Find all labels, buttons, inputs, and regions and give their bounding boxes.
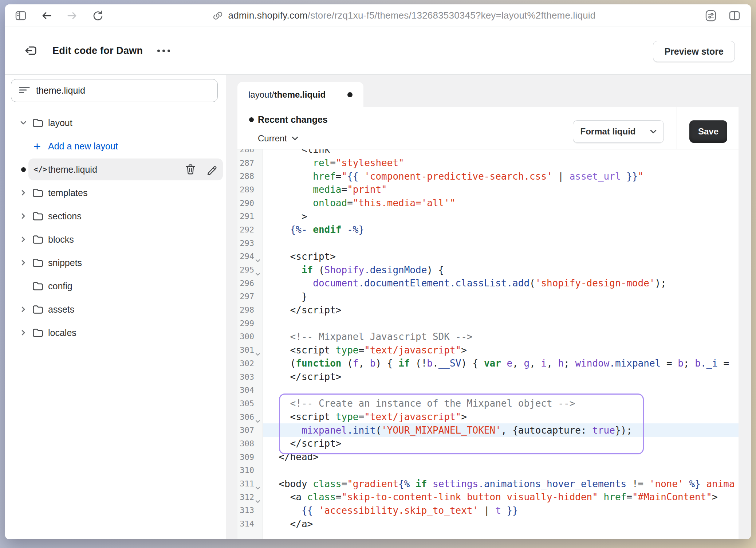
item-label: snippets (48, 258, 82, 268)
pencil-icon[interactable] (206, 164, 217, 175)
split-view-icon[interactable] (728, 10, 741, 21)
sidebar-item-config[interactable]: config (5, 274, 226, 298)
editor-column: layout/theme.liquid Recent changes Curre… (237, 75, 751, 539)
item-label: Add a new layout (48, 141, 118, 152)
line-number: 305 (237, 399, 263, 408)
item-label: locales (48, 328, 76, 338)
sidebar-item-sections[interactable]: sections (5, 204, 226, 228)
code-line-288[interactable]: 288 href="{{ 'component-predictive-searc… (237, 169, 739, 183)
code-text: rel="stylesheet" (263, 157, 404, 168)
chevron-right-icon[interactable] (19, 305, 28, 314)
item-label: blocks (48, 234, 74, 245)
file-search-box[interactable] (11, 79, 218, 102)
code-text: onload="this.media='all'" (263, 197, 456, 208)
exit-editor-icon[interactable] (24, 44, 38, 57)
sidebar-item-assets[interactable]: assets (5, 298, 226, 321)
preview-store-button[interactable]: Preview store (653, 41, 735, 62)
line-number: 301 (237, 345, 263, 355)
code-editor[interactable]: 286 <link287 rel="stylesheet"288 href="{… (237, 149, 739, 539)
code-line-312[interactable]: 312 <a class="skip-to-content-link butto… (237, 490, 739, 504)
chevron-down-icon (291, 136, 299, 141)
line-number: 296 (237, 279, 263, 288)
app-header: Edit code for Dawn Preview store (5, 27, 751, 75)
forward-icon[interactable] (66, 10, 78, 21)
tab-file-name: theme.liquid (274, 90, 326, 100)
more-menu-icon[interactable] (157, 50, 170, 52)
line-number: 286 (237, 149, 263, 154)
code-line-313[interactable]: 313 {{ 'accessibility.skip_to_text' | t … (237, 504, 739, 517)
code-text: </head> (263, 451, 319, 462)
chevron-right-icon[interactable] (19, 188, 28, 197)
folder-icon (32, 234, 44, 245)
code-line-310[interactable]: 310 (237, 464, 739, 477)
search-input[interactable] (36, 85, 193, 96)
code-line-309[interactable]: 309 </head> (237, 450, 739, 464)
code-line-307[interactable]: 307 mixpanel.init('YOUR_MIXPANEL_TOKEN',… (237, 423, 739, 437)
code-line-298[interactable]: 298 </script> (237, 303, 739, 317)
format-liquid-caret[interactable] (643, 121, 664, 142)
code-line-305[interactable]: 305 <!-- Create an instance of the Mixpa… (237, 397, 739, 410)
sidebar-item-snippets[interactable]: snippets (5, 251, 226, 274)
code-line-300[interactable]: 300 <!-- Mixpanel Javascript SDK --> (237, 330, 739, 344)
code-text: media="print" (263, 184, 387, 195)
code-line-314[interactable]: 314 </a> (237, 517, 739, 531)
code-text: href="{{ 'component-predictive-search.cs… (263, 171, 643, 182)
tab-theme-liquid[interactable]: layout/theme.liquid (237, 82, 363, 107)
format-liquid-button[interactable]: Format liquid (573, 121, 643, 142)
sidebar-item-layout[interactable]: layout (5, 111, 226, 134)
address-bar[interactable]: admin.shopify.com/store/rzq1xu-f5/themes… (103, 10, 704, 21)
code-line-299[interactable]: 299 (237, 317, 739, 330)
code-line-296[interactable]: 296 document.documentElement.classList.a… (237, 277, 739, 290)
line-number: 293 (237, 239, 263, 248)
page-settings-icon[interactable] (704, 9, 717, 22)
code-line-289[interactable]: 289 media="print" (237, 183, 739, 196)
sidebar-item-theme-liquid[interactable]: </>theme.liquid (5, 158, 226, 181)
item-label: config (48, 281, 72, 291)
chevron-down-icon (649, 129, 657, 134)
item-label: sections (48, 211, 82, 222)
save-button[interactable]: Save (689, 120, 727, 143)
line-number: 291 (237, 212, 263, 221)
page-title: Edit code for Dawn (52, 45, 143, 56)
back-icon[interactable] (41, 10, 52, 21)
line-number: 314 (237, 519, 263, 528)
version-dropdown[interactable]: Current (258, 133, 299, 144)
browser-sidebar-toggle-icon[interactable] (15, 10, 27, 21)
code-line-287[interactable]: 287 rel="stylesheet" (237, 156, 739, 170)
line-number: 312 (237, 493, 263, 502)
line-number: 310 (237, 466, 263, 475)
code-line-293[interactable]: 293 (237, 236, 739, 250)
chevron-right-icon[interactable] (19, 328, 28, 337)
sidebar-item-locales[interactable]: locales (5, 321, 226, 344)
chevron-right-icon[interactable] (19, 235, 28, 244)
line-number: 313 (237, 506, 263, 515)
code-line-311[interactable]: 311 <body class="gradient{% if settings.… (237, 477, 739, 490)
sidebar-action-add-layout[interactable]: +Add a new layout (5, 134, 226, 158)
chevron-right-icon[interactable] (19, 258, 28, 267)
sidebar-item-blocks[interactable]: blocks (5, 228, 226, 251)
code-line-301[interactable]: 301 <script type="text/javascript"> (237, 343, 739, 357)
code-line-306[interactable]: 306 <script type="text/javascript"> (237, 410, 739, 424)
code-line-303[interactable]: 303 </script> (237, 370, 739, 384)
code-text: </a> (263, 518, 313, 529)
code-line-295[interactable]: 295 if (Shopify.designMode) { (237, 263, 739, 277)
code-line-291[interactable]: 291 > (237, 210, 739, 223)
trash-icon[interactable] (185, 164, 196, 175)
code-line-308[interactable]: 308 </script> (237, 437, 739, 450)
code-line-294[interactable]: 294 <script> (237, 250, 739, 263)
code-line-302[interactable]: 302 (function (f, b) { if (!b.__SV) { va… (237, 357, 739, 370)
code-text: > (263, 211, 307, 222)
code-line-304[interactable]: 304 (237, 383, 739, 397)
line-number: 309 (237, 453, 263, 462)
code-line-290[interactable]: 290 onload="this.media='all'" (237, 196, 739, 210)
reload-icon[interactable] (92, 10, 103, 21)
chevron-right-icon[interactable] (19, 212, 28, 220)
code-line-286[interactable]: 286 <link (237, 149, 739, 156)
item-label: assets (48, 304, 74, 315)
format-liquid-split-button[interactable]: Format liquid (573, 120, 664, 143)
sidebar-item-templates[interactable]: templates (5, 181, 226, 204)
code-line-297[interactable]: 297 } (237, 290, 739, 304)
code-line-292[interactable]: 292 {%- endif -%} (237, 223, 739, 236)
code-text: </script> (263, 305, 342, 316)
chevron-down-icon[interactable] (19, 118, 28, 127)
